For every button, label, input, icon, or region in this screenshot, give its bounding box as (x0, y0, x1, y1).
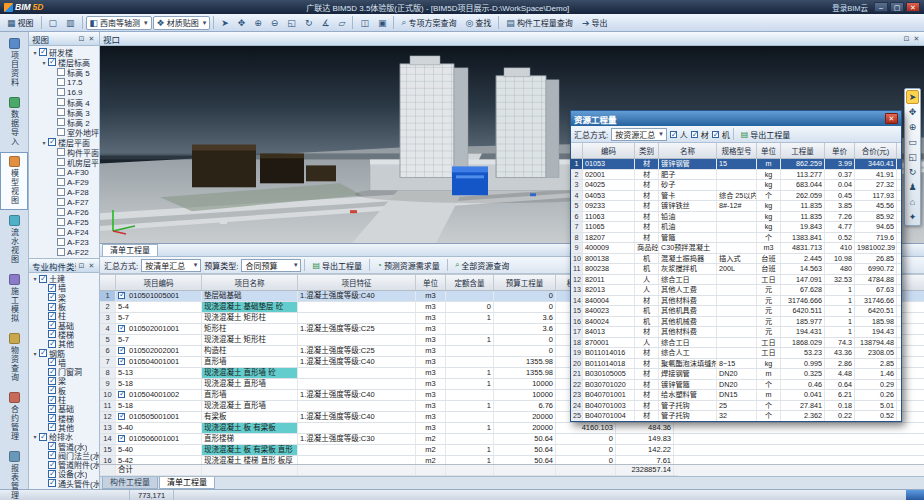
column-header-code[interactable]: 编码 (583, 143, 635, 158)
maximize-button[interactable] (890, 2, 904, 12)
export-button[interactable]: ➔导出 (578, 15, 612, 30)
view-settings-tool[interactable]: ✦ (906, 210, 919, 224)
column-header-feature[interactable]: 项目特征 (298, 275, 416, 290)
resource-table-row[interactable]: 611063材铅油kg11.8357.2685.92 (571, 212, 901, 223)
quantity-table-row[interactable]: 155-40现浇混凝土 板 有梁板 直形m2150.640142.22 (100, 445, 924, 456)
rail-tab-construction-sim[interactable]: 施工模拟 (0, 270, 28, 328)
close-panel-icon[interactable] (87, 262, 96, 270)
checkbox[interactable] (39, 275, 47, 283)
query-all-resources-button[interactable]: ⌕全部资源查询 (451, 258, 513, 272)
select-tool[interactable]: ➤ (217, 15, 233, 30)
checkbox[interactable] (48, 396, 56, 404)
tree-item[interactable]: A-F26 (29, 207, 99, 217)
checkbox[interactable] (57, 108, 65, 116)
orbit-tool[interactable]: ↻ (906, 165, 919, 179)
rail-tab-flow-view[interactable]: 流水视图 (0, 211, 28, 269)
checkbox[interactable] (57, 188, 65, 196)
checkbox[interactable] (57, 118, 65, 126)
view-angle-select[interactable]: ◧西南等轴测 (86, 16, 152, 30)
checkbox[interactable] (48, 340, 56, 348)
tree-item[interactable]: 构件平面图 (29, 147, 99, 157)
row-checkbox[interactable] (118, 413, 125, 420)
pin-icon[interactable] (77, 35, 86, 43)
expand-arrow-icon[interactable]: ▾ (31, 49, 39, 56)
checkbox[interactable] (48, 58, 56, 66)
resource-table-row[interactable]: 1282011人综合工日工日147.09132.534784.88 (571, 275, 901, 286)
tree-item[interactable]: 标高 4 (29, 97, 99, 107)
tree-item[interactable]: A-F25 (29, 217, 99, 227)
column-header-num[interactable] (100, 275, 116, 290)
resource-table-row[interactable]: 19B011014016材综合人工工日53.2343.362308.05 (571, 348, 901, 359)
tree-item[interactable]: 标高 3 (29, 107, 99, 117)
checkbox[interactable] (48, 470, 56, 478)
walk-tool[interactable]: ♟ (906, 180, 919, 194)
material-checkbox[interactable]: 材 (691, 129, 709, 140)
tree-item[interactable]: A-F27 (29, 197, 99, 207)
tab-list-quantity[interactable]: 清单工程量 (159, 477, 215, 489)
orbit-tool[interactable]: ↻ (301, 15, 317, 30)
checkbox[interactable] (39, 433, 47, 441)
tree-item[interactable]: 16.9 (29, 87, 99, 97)
resource-table-row[interactable]: 22B030701020材镀锌管箍DN20个0.460.640.29 (571, 380, 901, 391)
resource-table-row[interactable]: 11800238机灰浆搅拌机200L台班14.5634806990.72 (571, 264, 901, 275)
zoom-out-tool[interactable]: ⊖ (267, 15, 283, 30)
resource-table-row[interactable]: 202001材肥子kg113.2770.3741.91 (571, 170, 901, 181)
pin-icon[interactable] (902, 35, 911, 43)
checkbox[interactable] (48, 138, 56, 146)
quantity-table-row[interactable]: 165-42现浇混凝土 楼梯 直形 板厚度每增加10mmm2150.6407.6… (100, 456, 924, 464)
tree-item[interactable]: A-F22 (29, 247, 99, 257)
checkbox[interactable] (48, 377, 56, 385)
checkbox[interactable] (57, 218, 65, 226)
checkbox[interactable] (57, 148, 65, 156)
component-quantity-query-button[interactable]: ▤构件工程量查询 (502, 15, 577, 30)
rail-tab-project-info[interactable]: 项目资料 (0, 34, 28, 92)
row-checkbox[interactable] (118, 391, 125, 398)
checkbox[interactable] (39, 48, 47, 56)
resource-table-row[interactable]: 18870001人综合工日工日1868.02974.3138794.48 (571, 338, 901, 349)
resource-table-row[interactable]: 1382013人其他人工费元67.628167.63 (571, 285, 901, 296)
pan-tool[interactable]: ✥ (234, 15, 250, 30)
display-mode-select[interactable]: ❖材质贴图 (153, 16, 211, 30)
tree-item[interactable]: ▾楼层平面 (29, 137, 99, 147)
tree-item[interactable]: 通头管件(水) (29, 479, 99, 488)
rw-summary-select[interactable]: 按资源汇总 (611, 128, 667, 141)
budget-type-select[interactable]: 合同预算 (241, 259, 301, 272)
rail-tab-material-query[interactable]: 物资查询 (0, 329, 28, 387)
summary-mode-select[interactable]: 按清单汇总 (141, 259, 201, 272)
select-arrow-tool[interactable]: ➤ (906, 90, 919, 104)
list-quantity-caption-tab[interactable]: 清单工程量 (102, 244, 158, 256)
expand-arrow-icon[interactable]: ▾ (40, 59, 48, 66)
resource-table-row[interactable]: 24B040701003材管子托钩25个27.8410.185.01 (571, 401, 901, 412)
tree-item[interactable]: ▾研发楼 (29, 47, 99, 57)
checkbox[interactable] (57, 128, 65, 136)
checkbox[interactable] (48, 386, 56, 394)
checkbox[interactable] (57, 228, 65, 236)
resource-table-row[interactable]: 21B030105005材焊接钢管DN20m0.3254.481.46 (571, 369, 901, 380)
column-header-quota[interactable]: 定额含量 (446, 275, 494, 290)
login-bim-cloud-link[interactable]: 登录BIM云 (832, 2, 868, 13)
checkbox[interactable] (48, 405, 56, 413)
tree-item[interactable]: 标高 2 (29, 117, 99, 127)
resource-table-row[interactable]: 20B011014018材聚氨酯泡沫填缝剂8~15kg0.9952.862.85 (571, 359, 901, 370)
tree-item[interactable]: 室外地坪 (29, 127, 99, 137)
checkbox[interactable] (48, 293, 56, 301)
resource-table-row[interactable]: 818207材管箍个1383.8410.52719.6 (571, 233, 901, 244)
tree-item[interactable]: A-F28 (29, 187, 99, 197)
row-checkbox[interactable] (118, 347, 125, 354)
tree-item[interactable]: 标高 5 (29, 67, 99, 77)
resource-table-row[interactable]: 10800138机混凝土振捣器插入式台班2.44510.9826.85 (571, 254, 901, 265)
checkbox[interactable] (48, 368, 56, 376)
resource-table-row[interactable]: 509233材镀锌铁丝8#-12#kg11.8353.8545.56 (571, 201, 901, 212)
rail-tab-data-import[interactable]: 数据导入 (0, 93, 28, 151)
resource-table-row[interactable]: 25B040701004材管子托钩32个2.3620.220.52 (571, 411, 901, 421)
checkbox[interactable] (57, 248, 65, 256)
close-button[interactable] (906, 2, 920, 12)
measure-tool[interactable]: ∡ (317, 15, 333, 30)
tree-item[interactable]: A-F23 (29, 237, 99, 247)
row-checkbox[interactable] (118, 435, 125, 442)
zoom-fit-tool[interactable]: ◱ (906, 150, 919, 164)
pan-hand-tool[interactable]: ✥ (906, 105, 919, 119)
column-header-name[interactable]: 名称 (659, 143, 717, 158)
checkbox[interactable] (48, 330, 56, 338)
row-checkbox[interactable] (118, 358, 125, 365)
